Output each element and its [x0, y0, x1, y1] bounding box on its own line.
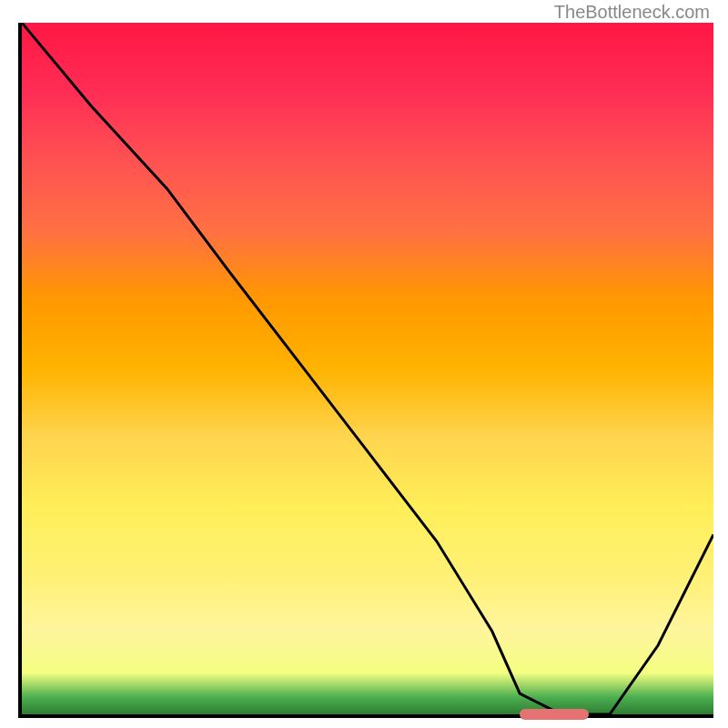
watermark-text: TheBottleneck.com	[554, 2, 710, 23]
optimal-marker	[520, 709, 589, 720]
curve-svg	[22, 23, 713, 714]
bottleneck-curve-path	[22, 23, 713, 714]
chart-plot-area	[18, 23, 713, 718]
